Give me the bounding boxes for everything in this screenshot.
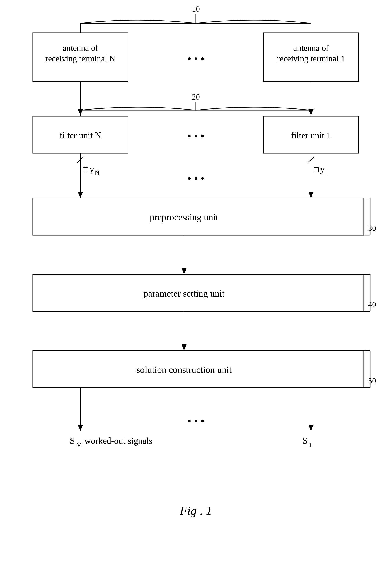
arrow-filter-1-down <box>308 192 313 198</box>
dots-output: • • • <box>187 415 205 427</box>
output-s1-label: S <box>303 435 308 446</box>
output-s1-subscript: 1 <box>309 441 312 449</box>
arrow-output-sm <box>78 425 83 431</box>
antenna-n-line1: antenna of <box>63 43 98 53</box>
solution-label: solution construction unit <box>137 365 232 375</box>
y1-bullet <box>314 167 318 172</box>
antenna-n-line2: receiving terminal N <box>45 54 115 63</box>
label-20: 20 <box>192 92 200 101</box>
label-50: 50 <box>368 376 376 385</box>
output-center-label: worked-out signals <box>85 436 153 446</box>
filter-1-label: filter unit 1 <box>291 131 331 140</box>
arrow-pre-to-param <box>182 268 187 274</box>
output-sm-label: S <box>70 435 75 446</box>
label-30: 30 <box>368 224 376 233</box>
output-sm-subscript: M <box>76 441 82 449</box>
diagram-container: 10 antenna of receiving terminal N anten… <box>0 0 392 569</box>
antenna-1-line2: receiving terminal 1 <box>277 54 345 63</box>
yn-bullet <box>83 167 88 172</box>
filter-n-label: filter unit N <box>59 131 101 140</box>
preprocessing-label: preprocessing unit <box>150 212 218 223</box>
arrow-param-to-solution <box>182 344 187 351</box>
dots-filters: • • • <box>187 130 205 142</box>
fig-label: Fig . 1 <box>179 504 212 518</box>
antenna-1-line1: antenna of <box>293 43 329 53</box>
arrow-output-s1 <box>308 425 313 431</box>
yn-label: y <box>90 165 94 174</box>
dots-antennas: • • • <box>187 53 205 65</box>
y1-label: y <box>320 165 324 174</box>
y1-subscript: 1 <box>325 169 329 176</box>
diagram-svg: 10 antenna of receiving terminal N anten… <box>0 0 392 569</box>
arrow-filter-n-down <box>78 192 83 198</box>
parameter-label: parameter setting unit <box>143 288 225 299</box>
dots-arrows: • • • <box>187 172 205 184</box>
label-10: 10 <box>192 4 200 13</box>
label-40: 40 <box>368 300 376 309</box>
yn-subscript: N <box>95 169 99 176</box>
